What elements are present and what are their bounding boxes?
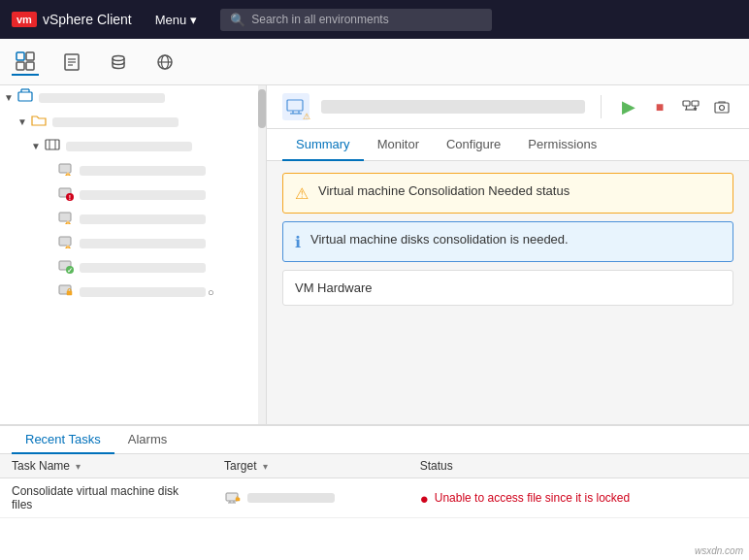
header-divider	[601, 95, 602, 118]
search-bar[interactable]: 🔍 Search in all environments	[220, 9, 492, 31]
col-task-name-label: Task Name	[12, 459, 70, 473]
entity-name-blurred	[321, 100, 585, 114]
tab-alarms[interactable]: Alarms	[114, 426, 180, 454]
tab-monitor[interactable]: Monitor	[364, 129, 433, 161]
sidebar-item-datacenter[interactable]: ▼	[0, 85, 266, 110]
menu-button[interactable]: Menu ▾	[147, 9, 206, 31]
svg-rect-51	[236, 498, 240, 501]
tab-summary[interactable]: Summary	[282, 129, 364, 161]
bottom-panel: Recent Tasks Alarms Task Name ▾ Target ▾…	[0, 424, 749, 560]
sidebar-scroll-thumb	[258, 89, 266, 128]
play-icon[interactable]: ▶	[617, 95, 640, 118]
task-name-cell: Consolidate virtual machine disk files	[0, 478, 212, 518]
main-layout: ▼ ▼	[0, 85, 749, 424]
svg-rect-45	[715, 103, 729, 113]
svg-text:!: !	[67, 219, 69, 225]
sidebar: ▼ ▼	[0, 85, 267, 424]
consolidation-warning-alert: ⚠ Virtual machine Consolidation Needed s…	[282, 173, 733, 214]
sidebar-item-vm-ok[interactable]: ✓	[0, 255, 266, 280]
search-placeholder: Search in all environments	[251, 13, 388, 26]
task-name-text: Consolidate virtual machine disk files	[12, 484, 179, 511]
sidebar-item-cluster[interactable]: ▼	[0, 134, 266, 158]
app-logo: vm vSphere Client	[12, 12, 132, 27]
tree-arrow-icon: ▼	[4, 92, 17, 103]
database-toolbar-icon[interactable]	[105, 49, 132, 76]
sidebar-item-vm-warning-2[interactable]: !	[0, 207, 266, 231]
action-icons-group: ▶ ■	[617, 95, 733, 118]
sidebar-label-vm4	[80, 239, 206, 248]
cluster-icon	[45, 137, 62, 155]
watermark: wsxdn.com	[695, 545, 743, 556]
col-status-label: Status	[420, 459, 453, 473]
icon-toolbar	[0, 39, 749, 85]
stop-icon[interactable]: ■	[648, 95, 671, 118]
entity-warning-badge: ⚠	[303, 112, 310, 121]
svg-point-8	[113, 55, 124, 60]
task-table: Task Name ▾ Target ▾ Status Consolidate …	[0, 454, 749, 518]
sidebar-label-folder	[52, 117, 179, 127]
status-error-icon: ●	[420, 490, 429, 507]
alert-info-icon: ℹ	[295, 233, 301, 251]
sidebar-label-cluster	[66, 142, 192, 151]
tab-configure[interactable]: Configure	[433, 129, 514, 161]
target-name-blurred	[247, 493, 335, 503]
sidebar-label-vm6	[80, 287, 206, 297]
target-vm-icon	[224, 489, 242, 507]
col-target[interactable]: Target ▾	[212, 454, 408, 478]
svg-rect-1	[26, 52, 34, 60]
svg-rect-35	[67, 291, 72, 295]
content-panel: ⚠ ▶ ■	[267, 85, 749, 424]
svg-text:!: !	[67, 244, 69, 249]
sidebar-label-datacenter	[39, 93, 165, 103]
sidebar-label-vm3	[80, 214, 206, 224]
status-text: Unable to access file since it is locked	[435, 491, 630, 505]
col-task-name[interactable]: Task Name ▾	[0, 454, 212, 478]
tab-permissions[interactable]: Permissions	[514, 129, 610, 161]
tab-recent-tasks[interactable]: Recent Tasks	[12, 426, 114, 454]
svg-rect-19	[59, 164, 71, 173]
sidebar-item-vm-warning-3[interactable]: !	[0, 231, 266, 255]
svg-point-46	[720, 106, 725, 111]
pages-toolbar-icon[interactable]	[58, 49, 85, 76]
vm-warning-icon-2: !	[58, 210, 76, 228]
svg-rect-25	[59, 213, 71, 221]
vm-hardware-label: VM Hardware	[295, 280, 372, 295]
menu-label: Menu	[155, 13, 187, 27]
sidebar-extra-text: ○	[208, 286, 214, 298]
home-toolbar-icon[interactable]	[12, 49, 39, 76]
datacenter-icon	[17, 88, 35, 107]
vm-ok-icon: ✓	[58, 258, 76, 277]
tree-arrow-icon: ▼	[31, 141, 45, 151]
bottom-tabs: Recent Tasks Alarms	[0, 426, 749, 454]
content-tabs: Summary Monitor Configure Permissions	[267, 129, 749, 161]
vm-hardware-card: VM Hardware	[282, 270, 733, 306]
sidebar-label-vm2	[80, 190, 206, 200]
sidebar-item-vm-lock[interactable]: ○	[0, 280, 266, 304]
sidebar-item-vm-error[interactable]: !	[0, 182, 266, 207]
sidebar-label-vm5	[80, 263, 206, 273]
svg-rect-16	[46, 140, 59, 149]
vm-warning-icon: !	[58, 161, 76, 180]
snapshot-icon[interactable]	[710, 95, 733, 118]
svg-rect-36	[287, 100, 303, 111]
sort-arrow-target: ▾	[263, 461, 268, 472]
status-cell: ● Unable to access file since it is lock…	[408, 478, 749, 518]
col-target-label: Target	[224, 459, 256, 473]
sidebar-content: ▼ ▼	[0, 85, 266, 424]
svg-text:✓: ✓	[67, 267, 73, 274]
sidebar-label-vm1	[80, 166, 206, 176]
folder-icon	[31, 113, 49, 131]
migrate-icon[interactable]	[679, 95, 702, 118]
content-body: ⚠ Virtual machine Consolidation Needed s…	[267, 161, 749, 424]
sidebar-scrollbar[interactable]	[258, 85, 266, 424]
vm-lock-icon	[58, 282, 76, 301]
search-icon: 🔍	[230, 13, 245, 27]
app-title: vSphere Client	[43, 12, 132, 27]
alert-warning-icon: ⚠	[295, 184, 309, 203]
sidebar-item-folder[interactable]: ▼	[0, 110, 266, 134]
svg-rect-2	[16, 62, 24, 70]
tree-arrow-icon: ▼	[17, 116, 31, 127]
globe-toolbar-icon[interactable]	[151, 49, 179, 76]
svg-rect-3	[26, 62, 34, 70]
sidebar-item-vm-warning-1[interactable]: !	[0, 158, 266, 182]
